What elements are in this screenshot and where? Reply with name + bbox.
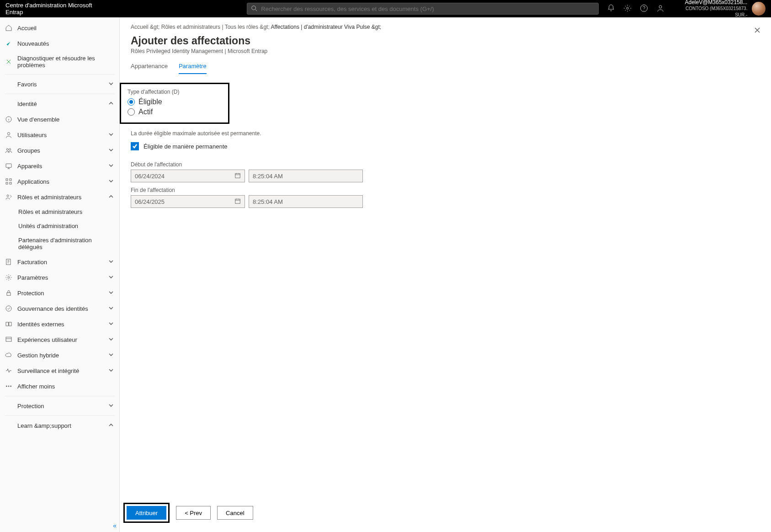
radio-label: Éligible [138,98,162,106]
external-icon [5,320,13,328]
svg-rect-12 [10,179,11,181]
chevron-down-icon [108,259,115,265]
svg-point-3 [641,5,648,11]
start-time-input[interactable]: 8:25:04 AM [249,170,363,182]
radio-icon [128,98,135,106]
checkbox-checked-icon [131,142,139,150]
svg-rect-11 [6,179,8,181]
nav-label: Identités externes [17,321,104,328]
svg-rect-18 [7,293,11,295]
nav-home[interactable]: Accueil [0,20,119,36]
nav-label: Nouveautés [17,40,115,47]
nav-external-identities[interactable]: Identités externes [0,316,119,332]
nav-label: Paramètres [17,274,104,281]
nav-user-experiences[interactable]: Expériences utilisateur [0,332,119,347]
notifications-icon[interactable] [607,4,615,14]
lock-icon [5,289,13,297]
nav-hybrid[interactable]: Gestion hybride [0,347,119,363]
nav-identity[interactable]: Identité [0,96,119,112]
start-date-value: 06/24/2024 [135,173,165,180]
help-icon[interactable] [640,4,648,14]
radio-label: Actif [138,108,153,116]
nav-label: Gestion hybride [17,352,104,359]
footer-actions: Attribuer < Prev Cancel [123,503,253,523]
assign-button[interactable]: Attribuer [127,506,166,520]
nav-label: Afficher moins [17,383,115,390]
chevron-down-icon [108,132,115,138]
prev-button[interactable]: < Prev [176,506,211,520]
end-label: Fin de l'affectation [131,187,760,193]
tab-setting[interactable]: Paramètre [179,63,207,74]
nav-billing[interactable]: Facturation [0,254,119,270]
nav-diagnose[interactable]: Diagnostiquer et résoudre les problèmes [0,51,119,72]
chevron-down-icon [108,367,115,374]
nav-label: Vue d'ensemble [17,116,115,123]
nav-settings[interactable]: Paramètres [0,270,119,285]
assignment-type-label: Type d'affectation (D) [128,89,222,95]
chevron-down-icon [108,352,115,358]
nav-label: Gouvernance des identités [17,305,104,312]
radio-icon [128,108,135,116]
tab-membership[interactable]: Appartenance [131,63,168,74]
svg-line-1 [255,9,257,11]
main-content: Accueil &gt; Rôles et administrateurs | … [120,17,771,532]
nav-favorites[interactable]: Favoris [0,76,119,92]
info-icon [5,115,13,123]
start-date-input[interactable]: 06/24/2024 [131,170,245,182]
admin-center-title: Centre d'administration Microsoft Entrap [5,2,110,16]
close-panel-button[interactable] [754,27,761,35]
search-input[interactable] [261,5,595,12]
nav-delegated-partners[interactable]: Partenaires d'administration délégués [0,233,119,254]
nav-monitoring[interactable]: Surveillance et intégrité [0,363,119,378]
svg-point-25 [11,386,11,387]
nav-label: Expériences utilisateur [17,336,104,343]
nav-roles-admins[interactable]: Rôles et administrateurs [0,189,119,205]
svg-point-4 [644,10,644,10]
global-search[interactable] [247,3,599,15]
checkbox-label: Éligible de manière permanente [144,143,228,150]
nav-groups[interactable]: Groupes [0,143,119,158]
feedback-icon[interactable] [656,4,665,14]
svg-rect-20 [6,322,8,326]
settings-icon[interactable] [623,4,632,14]
nav-label: Facturation [17,259,104,266]
svg-point-0 [252,5,256,10]
end-date-value: 06/24/2025 [135,198,165,205]
ux-icon [5,335,13,344]
end-time-input[interactable]: 8:25:04 AM [249,195,363,208]
home-icon [5,24,13,32]
nav-applications[interactable]: Applications [0,174,119,189]
nav-devices[interactable]: Appareils [0,158,119,174]
end-date-input[interactable]: 06/24/2025 [131,195,245,208]
chevron-down-icon [108,290,115,296]
radio-active[interactable]: Actif [128,108,222,116]
nav-users[interactable]: Utilisateurs [0,127,119,143]
search-icon [251,5,261,13]
user-avatar[interactable] [752,2,766,16]
svg-point-26 [7,404,10,406]
cancel-button[interactable]: Cancel [217,506,253,520]
assignment-type-group: Type d'affectation (D) Éligible Actif [120,83,229,124]
user-account[interactable]: AdeleV@M365x032158... CONTOSO (M365X0321… [673,0,747,18]
svg-point-24 [8,386,9,387]
collapse-sidebar-button[interactable]: « [113,522,117,529]
nav-learn-support[interactable]: Learn &amp;support [0,418,119,433]
nav-overview[interactable]: Vue d'ensemble [0,112,119,127]
user-icon [5,131,13,139]
nav-show-less[interactable]: Afficher moins [0,378,119,394]
nav-identity-governance[interactable]: Gouvernance des identités [0,301,119,316]
nav-roles-admins-sub[interactable]: Rôles et administrateurs [0,205,119,219]
apps-icon [5,177,13,186]
svg-point-7 [7,133,10,135]
svg-point-5 [659,5,662,8]
nav-protection-2[interactable]: Protection [0,398,119,414]
svg-rect-22 [6,337,11,341]
nav-protection[interactable]: Protection [0,285,119,301]
breadcrumb-part[interactable]: Accueil &gt; [131,24,160,30]
nav-whats-new[interactable]: Nouveautés [0,36,119,51]
breadcrumb-part[interactable]: Rôles et administrateurs | Tous les rôle… [161,24,270,30]
radio-eligible[interactable]: Éligible [128,98,222,106]
nav-admin-units[interactable]: Unités d'administration [0,219,119,233]
checkbox-permanently-eligible[interactable]: Éligible de manière permanente [131,142,760,150]
nav-label: Groupes [17,147,104,154]
